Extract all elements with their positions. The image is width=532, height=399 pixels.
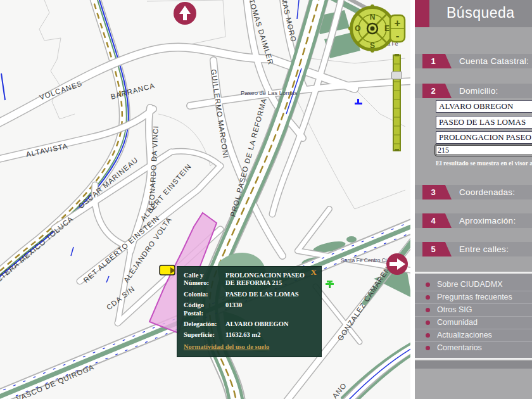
calle-select[interactable]: PROLONGACION PASEO DE (436, 131, 532, 144)
bullet-icon (426, 295, 430, 300)
section-number-badge: 3 (422, 185, 452, 200)
pan-up-button[interactable] (174, 2, 196, 25)
section-label: Entre calles: (459, 242, 509, 256)
search-panel-header: Búsqueda (415, 0, 532, 27)
compass-south-label: S (370, 41, 375, 50)
field-value: ALVARO OBREGON (225, 320, 315, 328)
section-label: Domicilio: (459, 84, 498, 98)
field-label: Superficie: (184, 331, 222, 339)
link-label: Otros SIG (437, 305, 472, 314)
link-otros-sig[interactable]: Otros SIG (415, 303, 532, 316)
compass-west-label: O (355, 24, 360, 33)
bullet-icon (426, 308, 430, 312)
bullet-icon (426, 346, 430, 350)
popup-close-button[interactable]: X (311, 267, 317, 277)
link-label: Actualizaciones (437, 331, 492, 339)
field-label: Código Postal: (184, 301, 222, 317)
link-label: Preguntas frecuentes (437, 293, 512, 301)
result-note: El resultado se muestra en el visor a (436, 160, 532, 167)
link-preguntas-frecuentes[interactable]: Preguntas frecuentes (415, 291, 532, 303)
zoom-slider-handle[interactable] (392, 72, 402, 79)
section-number-badge: 2 (422, 84, 452, 98)
place-label-santa-fe-centro: Santa Fe Centro Ci (341, 257, 387, 263)
zoom-slider[interactable] (392, 54, 402, 151)
delegacion-select[interactable]: ALVARO OBREGON (436, 100, 532, 113)
link-comentarios[interactable]: Comentarios (415, 341, 532, 354)
parcel-info-grid: Calle y Número: PROLONGACION PASEO DE RE… (184, 272, 315, 339)
link-actualizaciones[interactable]: Actualizaciones (415, 329, 532, 341)
field-value: 01330 (225, 301, 315, 317)
zoom-out-button[interactable]: - (396, 30, 400, 42)
link-comunidad[interactable]: Comunidad (415, 316, 532, 329)
search-panel: Búsqueda 1 Cuenta Catastral: 2 Domicilio… (415, 0, 532, 399)
section-aproximacion[interactable]: 4 Aproximación: (415, 213, 532, 228)
section-label: Coordenadas: (459, 185, 515, 200)
zoom-in-button[interactable]: + (395, 17, 401, 29)
section-cuenta-catastral[interactable]: 1 Cuenta Catastral: (415, 54, 532, 68)
section-number-badge: 5 (422, 242, 452, 256)
link-label: Comunidad (437, 318, 478, 327)
link-label: Comentarios (437, 343, 482, 352)
field-label: Delegación: (184, 320, 222, 328)
link-sobre-ciudadmx[interactable]: Sobre CIUDADMX (415, 279, 532, 291)
field-value: 11632.63 m2 (225, 331, 315, 339)
link-label: Sobre CIUDADMX (437, 280, 503, 289)
header-accent-square (415, 0, 429, 27)
bottom-filler (415, 369, 532, 399)
compass-east-label: E (384, 24, 390, 33)
compass-north-label: N (370, 13, 376, 22)
parcel-info-popup: X Calle y Número: PROLONGACION PASEO DE … (177, 266, 322, 357)
panel-title: Búsqueda (446, 4, 515, 22)
selected-parcel-marker[interactable] (160, 265, 175, 275)
field-label: Calle y Número: (184, 272, 222, 288)
section-number-badge: 1 (422, 54, 452, 68)
field-value: PASEO DE LAS LOMAS (225, 291, 315, 298)
section-entre-calles[interactable]: 5 Entre calles: (415, 242, 532, 256)
zoom-buttons[interactable]: + - (390, 15, 405, 42)
bottom-divider-bar (415, 361, 532, 369)
section-domicilio[interactable]: 2 Domicilio: (415, 84, 532, 98)
field-value: PROLONGACION PASEO DE REFORMA 215 (225, 272, 315, 288)
section-label: Aproximación: (459, 213, 516, 228)
section-coordenadas[interactable]: 3 Coordenadas: (415, 185, 532, 200)
section-label: Cuenta Catastral: (459, 54, 529, 68)
footer-links: Sobre CIUDADMX Preguntas frecuentes Otro… (415, 272, 532, 360)
pan-right-button[interactable] (386, 253, 408, 275)
section-number-badge: 4 (422, 213, 452, 228)
bullet-icon (426, 320, 430, 325)
bullet-icon (426, 282, 430, 287)
colonia-select[interactable]: PASEO DE LAS LOMAS (436, 116, 532, 129)
normatividad-uso-suelo-link[interactable]: Normatividad del uso de suelo (184, 343, 315, 351)
field-label: Colonia: (184, 291, 222, 298)
street-label-paseo-de-las-lomas: Paseo de Las Lomas (241, 89, 298, 96)
numero-input[interactable] (436, 145, 532, 155)
bullet-icon (426, 333, 430, 338)
